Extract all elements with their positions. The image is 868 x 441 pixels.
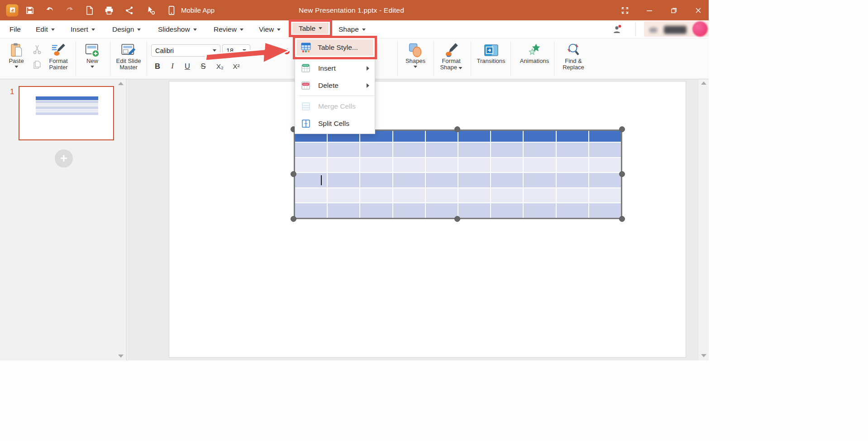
canvas-scrollbar[interactable] <box>698 79 709 360</box>
resize-handle-top-middle[interactable] <box>454 126 460 132</box>
subscript-button[interactable]: X₂ <box>216 59 224 73</box>
table-cell[interactable] <box>557 173 588 187</box>
table-cell[interactable] <box>491 173 523 187</box>
table-cell[interactable] <box>328 143 359 157</box>
undo-icon[interactable] <box>45 5 55 15</box>
new-document-icon[interactable] <box>86 5 94 15</box>
shapes-button[interactable]: Shapes <box>405 43 425 68</box>
superscript-button[interactable]: X² <box>233 59 240 73</box>
table-cell[interactable] <box>524 203 555 218</box>
table-cell[interactable] <box>295 188 327 203</box>
table-cell[interactable] <box>295 158 327 173</box>
menu-insert[interactable]: Insert <box>71 20 95 38</box>
share-icon[interactable] <box>125 5 134 15</box>
mobile-app-label[interactable]: Mobile App <box>181 0 215 20</box>
fullscreen-button[interactable] <box>621 6 630 14</box>
edit-slide-master-button[interactable]: Edit Slide Master <box>116 43 141 71</box>
paste-button[interactable]: Paste <box>9 43 24 68</box>
menu-item-delete[interactable]: Delete <box>295 77 375 94</box>
format-shape-button[interactable]: Format Shape <box>440 43 462 71</box>
table-cell[interactable] <box>393 203 425 218</box>
table-cell[interactable] <box>524 143 555 157</box>
table-cell[interactable] <box>589 158 621 173</box>
table-cell[interactable] <box>393 173 425 187</box>
table-cell[interactable] <box>360 173 392 187</box>
table-cell[interactable] <box>589 143 621 157</box>
menu-item-split-cells[interactable]: Split Cells <box>295 115 375 132</box>
table-cell[interactable] <box>426 173 458 187</box>
app-logo[interactable] <box>6 4 19 16</box>
print-icon[interactable] <box>104 5 114 15</box>
table-header-cell[interactable] <box>426 131 458 142</box>
table-cell[interactable] <box>458 173 490 187</box>
copy-button[interactable] <box>32 59 43 70</box>
find-replace-button[interactable]: Find & Replace <box>563 43 584 71</box>
minimize-button[interactable] <box>645 6 653 14</box>
menu-item-table-style[interactable]: Table Style... <box>296 39 373 56</box>
select-tool-icon[interactable] <box>147 5 156 15</box>
animations-button[interactable]: Animations <box>520 43 549 64</box>
font-name-select[interactable]: Calibri <box>151 44 220 57</box>
table-header-cell[interactable] <box>557 131 588 142</box>
table-header-cell[interactable] <box>524 131 555 142</box>
menu-table[interactable]: Table <box>292 23 329 34</box>
table-cell[interactable] <box>589 188 621 203</box>
table-cell[interactable] <box>393 158 425 173</box>
table-cell[interactable] <box>328 203 359 218</box>
table-header-cell[interactable] <box>393 131 425 142</box>
table-cell[interactable] <box>360 188 392 203</box>
table-cell[interactable] <box>557 188 588 203</box>
menu-design[interactable]: Design <box>112 20 141 38</box>
table-cell[interactable] <box>589 203 621 218</box>
table-cell[interactable] <box>360 158 392 173</box>
bold-button[interactable]: B <box>155 59 160 73</box>
table-cell[interactable] <box>426 143 458 157</box>
table-cell[interactable] <box>458 158 490 173</box>
sidebar-scroll-down[interactable] <box>118 355 124 358</box>
resize-handle-bottom-left[interactable] <box>291 216 296 222</box>
table-cell[interactable] <box>557 203 588 218</box>
mobile-phone-icon[interactable] <box>168 5 175 15</box>
save-icon[interactable] <box>25 5 35 15</box>
italic-button[interactable]: I <box>171 59 174 73</box>
table-header-cell[interactable] <box>458 131 490 142</box>
table-cell[interactable] <box>458 188 490 203</box>
slide[interactable] <box>169 81 686 358</box>
table-cell[interactable] <box>524 158 555 173</box>
sidebar-scroll-up[interactable] <box>118 82 124 85</box>
resize-handle-middle-left[interactable] <box>291 171 296 177</box>
table-cell[interactable] <box>557 143 588 157</box>
menu-item-insert[interactable]: Insert <box>295 60 375 77</box>
cut-button[interactable] <box>32 44 43 55</box>
table-cell[interactable] <box>458 143 490 157</box>
table-cell[interactable] <box>589 173 621 187</box>
table-header-cell[interactable] <box>589 131 621 142</box>
table-cell[interactable] <box>360 203 392 218</box>
table-cell[interactable] <box>491 188 523 203</box>
underline-button[interactable]: U <box>185 59 190 73</box>
table-cell[interactable] <box>426 188 458 203</box>
resize-handle-top-right[interactable] <box>619 126 625 132</box>
table-cell[interactable] <box>295 143 327 157</box>
table-cell[interactable] <box>328 188 359 203</box>
resize-handle-bottom-middle[interactable] <box>454 216 460 222</box>
collaborator-icon[interactable] <box>612 24 623 35</box>
strikethrough-button[interactable]: S <box>200 59 205 73</box>
table-cell[interactable] <box>426 158 458 173</box>
canvas-scroll-down[interactable] <box>701 354 706 357</box>
close-button[interactable] <box>695 6 702 14</box>
table-cell[interactable] <box>491 143 523 157</box>
table-header-cell[interactable] <box>491 131 523 142</box>
canvas-scroll-up[interactable] <box>701 81 706 85</box>
menu-view[interactable]: View <box>259 20 281 38</box>
menu-review[interactable]: Review <box>214 20 243 38</box>
table-cell[interactable] <box>491 158 523 173</box>
table-cell[interactable] <box>393 188 425 203</box>
new-slide-button[interactable]: New <box>85 43 100 68</box>
transitions-button[interactable]: Transitions <box>477 43 505 64</box>
resize-handle-bottom-right[interactable] <box>619 216 625 222</box>
slide-thumbnail[interactable] <box>19 86 114 140</box>
menu-edit[interactable]: Edit <box>36 20 55 38</box>
redo-icon[interactable] <box>65 5 75 15</box>
slide-table[interactable] <box>294 129 622 219</box>
